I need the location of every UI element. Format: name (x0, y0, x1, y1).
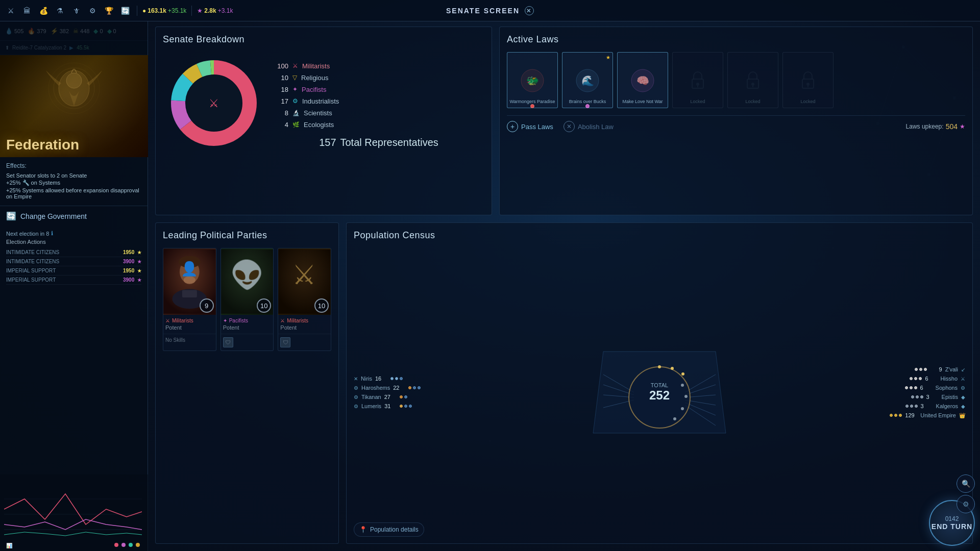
abolish-law-button[interactable]: ✕ Abolish Law (564, 121, 614, 132)
svg-point-10 (129, 543, 133, 547)
svg-text:👤: 👤 (181, 260, 198, 277)
close-button[interactable]: ✕ (525, 6, 534, 15)
influence-resource: ★ 2.8k +3.1k (197, 7, 233, 14)
census-right-species: ↙ Z'vali 9 ⚔ Hissho 6 (884, 248, 965, 537)
party-info-1: ⚔ Militarists Potent (163, 315, 216, 334)
left-panel: Federation Effects: Set Senator slots to… (0, 21, 148, 551)
law-warmongers-paradise[interactable]: 🐲 Warmongers Paradise (507, 52, 558, 108)
icon-trophy[interactable]: 🏆 (102, 4, 115, 17)
svg-text:🐲: 🐲 (526, 74, 539, 87)
total-representatives: 157 Total Representatives (275, 137, 484, 148)
laws-actions: + Pass Laws ✕ Abolish Law Laws upkeep: 5… (507, 115, 965, 132)
species-united-empire: 👑 United Empire 129 (884, 412, 965, 418)
law-icon-brains: 🌊 (572, 64, 603, 97)
census-inner: ✕ Niris 16 ⚙ Haroshems 22 (354, 248, 965, 537)
law-star-icon: ★ (606, 55, 610, 60)
law-brains-over-bucks[interactable]: ★ 🌊 Brains over Bucks (562, 52, 613, 108)
election-actions-label: Election Actions (6, 239, 141, 245)
population-census-title: Population Census (354, 230, 965, 241)
party-portrait-1: 👤 9 (163, 248, 216, 315)
location-icon: 📍 (359, 526, 367, 533)
election-action-4[interactable]: IMPERIAL SUPPORT 3900 ★ (6, 276, 141, 285)
law-make-love-not-war[interactable]: 🧠 Make Love Not War (617, 52, 668, 108)
svg-point-67 (681, 384, 684, 387)
party-portrait-2: 👽 10 (221, 248, 274, 315)
svg-point-69 (681, 407, 684, 410)
party-affiliation-1: ⚔ Militarists (165, 318, 214, 323)
plus-icon: + (507, 121, 518, 132)
party-affiliation-2: ✦ Pacifists (223, 318, 272, 323)
change-gov-icon: 🔄 (6, 211, 16, 221)
main-content: Senate Breakdown (148, 21, 980, 551)
election-section: Next election in 8 ℹ Election Actions IN… (0, 226, 148, 289)
census-left-species: ✕ Niris 16 ⚙ Haroshems 22 (354, 248, 435, 537)
election-action-3[interactable]: IMPERIAL SUPPORT 1950 ★ (6, 266, 141, 276)
active-laws-title: Active Laws (507, 34, 965, 45)
portrait-number-3: 10 (314, 298, 329, 313)
law-icon-warmongers: 🐲 (517, 64, 548, 97)
party-skills-3: 🛡 (278, 334, 331, 350)
census-center-chart: TOTAL 252 (435, 248, 884, 537)
svg-point-34 (696, 83, 699, 86)
senate-donut-chart: ⚔ (163, 52, 265, 154)
svg-point-11 (136, 543, 140, 547)
election-action-1[interactable]: INTIMIDATE CITIZENS 1950 ★ (6, 248, 141, 257)
species-niris: ✕ Niris 16 (354, 375, 435, 382)
species-kalgeros: ◆ Kalgeros 3 (884, 403, 965, 409)
nav-icon-1[interactable]: 🔍 (957, 474, 975, 493)
icon-flask[interactable]: ⚗ (53, 4, 66, 17)
census-total: TOTAL 252 (649, 382, 670, 403)
party-list: 100 ⚔ Militarists 10 ▽ Religious 18 ✦ Pa… (275, 58, 484, 148)
portrait-number-1: 9 (200, 298, 214, 313)
svg-point-45 (184, 276, 195, 284)
party-card-1: 👤 9 ⚔ Militarists Potent No Skills (163, 248, 216, 351)
nav-icon-2[interactable]: ⚙ (957, 495, 975, 513)
election-action-2[interactable]: INTIMIDATE CITIZENS 3900 ★ (6, 257, 141, 266)
law-lock-icon-3 (793, 64, 823, 97)
icon-sword[interactable]: ⚔ (4, 4, 17, 17)
party-info-3: ⚔ Militarists Potent (278, 315, 331, 334)
species-haroshems: ⚙ Haroshems 22 (354, 385, 435, 391)
svg-point-68 (684, 395, 688, 398)
svg-point-64 (658, 365, 661, 368)
svg-point-65 (671, 367, 674, 370)
end-turn-area: 0142 END TURN 🔍 ⚙ (929, 500, 975, 546)
population-details-button[interactable]: 📍 Population details (354, 522, 424, 537)
svg-text:⚔: ⚔ (209, 97, 219, 110)
party-skills-2: 🛡 (221, 334, 274, 350)
faction-banner: Federation (0, 55, 148, 157)
law-locked-3[interactable]: Locked (782, 52, 834, 108)
law-icon-love: 🧠 (627, 64, 658, 97)
party-religious: 10 ▽ Religious (275, 74, 484, 82)
icon-blade[interactable]: 🗡 (69, 4, 83, 17)
effect-2: +25% 🔧 on Systems (6, 180, 141, 186)
party-strength-1: Potent (165, 324, 214, 331)
species-epistis: ◆ Epistis 3 (884, 394, 965, 400)
credits-resource: ● 163.1k +35.1k (142, 7, 186, 14)
effects-section: Effects: Set Senator slots to 2 on Senat… (0, 157, 148, 206)
political-parties-title: Leading Political Parties (163, 230, 331, 241)
svg-text:🌊: 🌊 (581, 74, 594, 87)
law-locked-2[interactable]: Locked (727, 52, 778, 108)
effect-1: Set Senator slots to 2 on Senate (6, 172, 141, 179)
end-turn-label: END TURN (932, 522, 972, 531)
svg-text:📊: 📊 (6, 542, 13, 549)
party-skills-1: No Skills (163, 334, 216, 346)
icon-coins[interactable]: 💰 (37, 4, 50, 17)
party-militarists: 100 ⚔ Militarists (275, 62, 484, 70)
laws-upkeep: Laws upkeep: 504 ★ (906, 122, 965, 131)
mini-chart: 📊 (0, 474, 148, 551)
eagle-emblem (43, 60, 105, 121)
svg-point-9 (121, 543, 126, 547)
change-government-button[interactable]: 🔄 Change Government (6, 211, 141, 221)
svg-text:⚔: ⚔ (292, 260, 317, 290)
effect-3: +25% Systems allowed before expansion di… (6, 187, 141, 199)
icon-gear-top[interactable]: ⚙ (86, 4, 99, 17)
pass-laws-button[interactable]: + Pass Laws (507, 121, 553, 132)
svg-point-8 (114, 543, 118, 547)
icon-building[interactable]: 🏛 (20, 4, 34, 17)
icon-refresh[interactable]: 🔄 (118, 4, 132, 17)
skill-icon-2: 🛡 (280, 337, 290, 347)
law-locked-1[interactable]: Locked (672, 52, 723, 108)
svg-point-37 (751, 83, 754, 86)
